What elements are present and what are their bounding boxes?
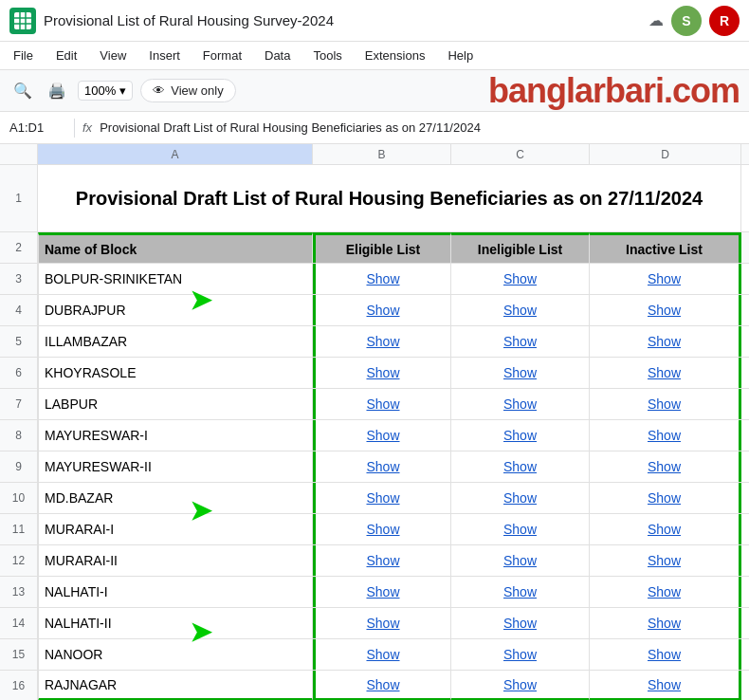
inactive-show-link[interactable]: Show <box>648 303 681 318</box>
eligible-show-link[interactable]: Show <box>366 396 399 412</box>
data-rows: 3 BOLPUR-SRINIKETAN Show Show Show 4 DUB… <box>0 264 749 700</box>
eligible-show-link[interactable]: Show <box>366 303 399 318</box>
inactive-cell: Show <box>590 358 741 388</box>
inactive-show-link[interactable]: Show <box>648 396 681 412</box>
menu-tools[interactable]: Tools <box>309 46 345 64</box>
eligible-show-link[interactable]: Show <box>366 490 399 506</box>
inactive-show-link[interactable]: Show <box>648 271 681 286</box>
zoom-control[interactable]: 100% ▾ <box>78 81 133 101</box>
inactive-cell: Show <box>590 483 741 513</box>
inactive-show-link[interactable]: Show <box>648 584 681 599</box>
eligible-show-link[interactable]: Show <box>366 365 399 380</box>
eligible-show-link[interactable]: Show <box>366 677 399 692</box>
ineligible-show-link[interactable]: Show <box>503 490 537 506</box>
row-number: 14 <box>0 608 38 638</box>
inactive-show-link[interactable]: Show <box>648 677 681 692</box>
inactive-cell: Show <box>590 389 741 419</box>
block-name-cell: MD.BAZAR <box>38 483 313 513</box>
ineligible-show-link[interactable]: Show <box>503 647 537 662</box>
eligible-cell: Show <box>313 545 451 576</box>
column-header-eligible: Eligible List <box>313 232 451 263</box>
ineligible-show-link[interactable]: Show <box>503 584 537 599</box>
ineligible-show-link[interactable]: Show <box>503 459 537 474</box>
eligible-show-link[interactable]: Show <box>366 553 399 568</box>
inactive-cell: Show <box>590 451 741 482</box>
eligible-show-link[interactable]: Show <box>366 271 399 286</box>
app-icon <box>9 8 36 34</box>
ineligible-show-link[interactable]: Show <box>503 365 537 380</box>
ineligible-show-link[interactable]: Show <box>503 303 537 318</box>
eligible-cell: Show <box>313 451 451 482</box>
ineligible-show-link[interactable]: Show <box>503 677 537 692</box>
table-row: 16 RAJNAGAR Show Show Show <box>0 671 749 700</box>
inactive-show-link[interactable]: Show <box>648 428 681 443</box>
block-name-cell: NALHATI-I <box>38 577 313 607</box>
ineligible-show-link[interactable]: Show <box>503 271 537 286</box>
inactive-show-link[interactable]: Show <box>648 334 681 349</box>
inactive-show-link[interactable]: Show <box>648 490 681 506</box>
ineligible-show-link[interactable]: Show <box>503 616 537 631</box>
menu-data[interactable]: Data <box>261 46 294 64</box>
inactive-show-link[interactable]: Show <box>648 522 681 537</box>
cloud-icon: ☁ <box>649 11 664 29</box>
row-number: 9 <box>0 451 38 482</box>
eligible-show-link[interactable]: Show <box>366 459 399 474</box>
avatar-r[interactable]: R <box>709 6 740 36</box>
search-button[interactable]: 🔍 <box>9 78 36 104</box>
eligible-cell: Show <box>313 483 451 513</box>
title-cell: Provisional Draft List of Rural Housing … <box>38 165 741 231</box>
ineligible-show-link[interactable]: Show <box>503 396 537 412</box>
ineligible-cell: Show <box>451 420 590 451</box>
inactive-show-link[interactable]: Show <box>648 647 681 662</box>
menu-file[interactable]: File <box>9 46 37 64</box>
block-name-cell: RAJNAGAR <box>38 671 313 700</box>
inactive-show-link[interactable]: Show <box>648 365 681 380</box>
view-only-button[interactable]: 👁 View only <box>140 79 235 102</box>
ineligible-cell: Show <box>451 451 590 482</box>
ineligible-cell: Show <box>451 608 590 638</box>
inactive-show-link[interactable]: Show <box>648 459 681 474</box>
eligible-show-link[interactable]: Show <box>366 522 399 537</box>
eligible-show-link[interactable]: Show <box>366 584 399 599</box>
ineligible-cell: Show <box>451 545 590 576</box>
row-number: 3 <box>0 264 38 294</box>
print-button[interactable]: 🖨️ <box>44 78 70 104</box>
inactive-cell: Show <box>590 671 741 700</box>
row-number: 4 <box>0 295 38 325</box>
inactive-show-link[interactable]: Show <box>648 616 681 631</box>
eligible-show-link[interactable]: Show <box>366 428 399 443</box>
inactive-cell: Show <box>590 577 741 607</box>
row-number: 8 <box>0 420 38 451</box>
eligible-show-link[interactable]: Show <box>366 647 399 662</box>
table-row: 9 MAYURESWAR-II Show Show Show <box>0 451 749 483</box>
row-number: 13 <box>0 577 38 607</box>
eligible-show-link[interactable]: Show <box>366 616 399 631</box>
inactive-cell: Show <box>590 545 741 576</box>
ineligible-show-link[interactable]: Show <box>503 553 537 568</box>
menu-edit[interactable]: Edit <box>52 46 81 64</box>
row-number: 15 <box>0 639 38 670</box>
block-name-cell: ILLAMBAZAR <box>38 326 313 357</box>
table-row: 12 MURARAI-II Show Show Show <box>0 545 749 577</box>
menu-view[interactable]: View <box>96 46 130 64</box>
avatar-s[interactable]: S <box>671 6 702 36</box>
block-name-cell: LABPUR <box>38 389 313 419</box>
menu-insert[interactable]: Insert <box>145 46 184 64</box>
menu-extensions[interactable]: Extensions <box>361 46 429 64</box>
table-row: 3 BOLPUR-SRINIKETAN Show Show Show <box>0 264 749 295</box>
ineligible-cell: Show <box>451 358 590 388</box>
menu-help[interactable]: Help <box>444 46 477 64</box>
eligible-cell: Show <box>313 639 451 670</box>
ineligible-show-link[interactable]: Show <box>503 428 537 443</box>
inactive-show-link[interactable]: Show <box>648 553 681 568</box>
menu-format[interactable]: Format <box>199 46 246 64</box>
inactive-cell: Show <box>590 639 741 670</box>
eligible-show-link[interactable]: Show <box>366 334 399 349</box>
ineligible-show-link[interactable]: Show <box>503 522 537 537</box>
eligible-cell: Show <box>313 420 451 451</box>
document-title: Provisional List of Rural Housing Survey… <box>44 12 641 28</box>
ineligible-show-link[interactable]: Show <box>503 334 537 349</box>
eligible-cell: Show <box>313 389 451 419</box>
table-row: 4 DUBRAJPUR Show Show Show <box>0 295 749 326</box>
row-number: 16 <box>0 671 38 700</box>
